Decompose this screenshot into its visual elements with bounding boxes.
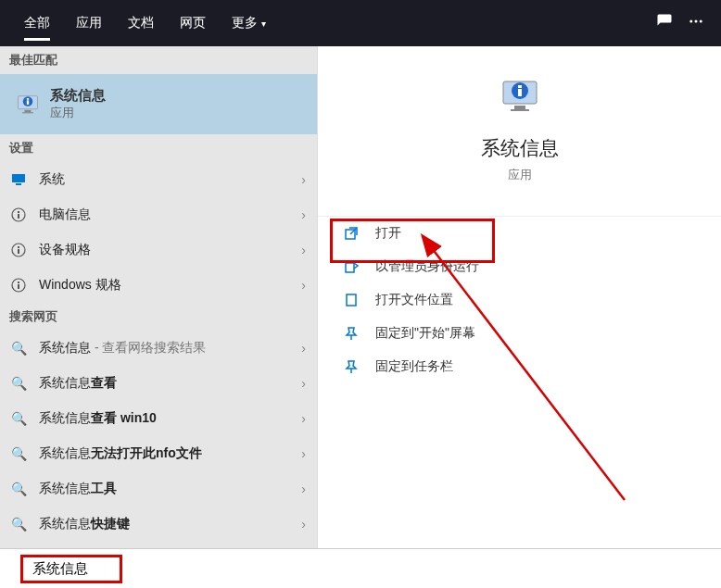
display-icon <box>11 172 26 187</box>
tab-docs[interactable]: 文档 <box>115 0 167 46</box>
svg-rect-12 <box>18 214 19 219</box>
more-icon[interactable] <box>688 13 704 33</box>
system-info-icon <box>498 74 542 119</box>
svg-rect-4 <box>25 109 32 111</box>
svg-rect-16 <box>18 246 19 248</box>
action-label: 以管理员身份运行 <box>375 258 479 275</box>
search-icon: 🔍 <box>11 341 26 356</box>
websearch-item[interactable]: 🔍 系统信息工具 › <box>0 471 317 507</box>
settings-item-pcinfo[interactable]: 电脑信息 › <box>0 197 317 232</box>
main-area: 最佳匹配 系统信息 应用 设置 系统 › 电脑信息 › 设备规格 › Windo… <box>0 46 721 548</box>
search-icon: 🔍 <box>11 411 26 426</box>
best-match-title: 系统信息 <box>50 87 106 105</box>
action-runadmin[interactable]: 以管理员身份运行 <box>318 250 721 283</box>
best-match-item[interactable]: 系统信息 应用 <box>0 74 317 134</box>
best-match-sub: 应用 <box>50 105 106 121</box>
svg-point-2 <box>700 20 702 23</box>
chevron-right-icon: › <box>301 376 306 391</box>
tab-apps[interactable]: 应用 <box>63 0 115 46</box>
header-tabs: 全部 应用 文档 网页 更多▾ <box>0 0 721 46</box>
svg-rect-18 <box>18 284 19 289</box>
search-bar <box>0 548 721 588</box>
pin-icon <box>344 326 359 341</box>
svg-point-0 <box>689 20 692 23</box>
svg-rect-22 <box>511 109 529 111</box>
search-icon: 🔍 <box>11 446 26 461</box>
action-label: 打开文件位置 <box>375 292 453 308</box>
tab-web[interactable]: 网页 <box>167 0 219 46</box>
action-open[interactable]: 打开 <box>318 217 721 250</box>
svg-rect-10 <box>16 183 21 185</box>
tab-more[interactable]: 更多▾ <box>219 0 279 46</box>
system-info-icon <box>15 92 41 118</box>
action-label: 固定到任务栏 <box>375 358 453 375</box>
pin-icon <box>344 359 359 374</box>
chevron-right-icon: › <box>301 411 306 426</box>
svg-rect-28 <box>347 294 356 306</box>
websearch-item[interactable]: 🔍 系统信息 - 查看网络搜索结果 › <box>0 331 317 366</box>
websearch-label: 系统信息 - 查看网络搜索结果 <box>39 340 206 357</box>
websearch-label: 系统信息无法打开此nfo文件 <box>39 445 202 462</box>
svg-rect-19 <box>18 281 19 283</box>
chevron-down-icon: ▾ <box>261 19 266 29</box>
svg-rect-21 <box>514 106 525 109</box>
settings-label: Windows 规格 <box>39 277 121 294</box>
settings-header: 设置 <box>0 134 317 162</box>
svg-point-1 <box>695 20 698 23</box>
detail-title: 系统信息 <box>481 135 559 161</box>
websearch-label: 系统信息快捷键 <box>39 516 130 532</box>
detail-panel: 系统信息 应用 打开 以管理员身份运行 打开文件位置 固定到"开始"屏幕 <box>317 46 721 548</box>
info-icon <box>11 278 26 293</box>
best-match-header: 最佳匹配 <box>0 46 317 74</box>
svg-rect-9 <box>12 174 25 182</box>
actions-list: 打开 以管理员身份运行 打开文件位置 固定到"开始"屏幕 固定到任务栏 <box>318 216 721 383</box>
websearch-label: 系统信息查看 win10 <box>39 410 157 427</box>
info-icon <box>11 243 26 257</box>
tab-all[interactable]: 全部 <box>11 0 63 46</box>
admin-icon <box>344 259 359 274</box>
websearch-label: 系统信息查看 <box>39 375 117 392</box>
search-icon: 🔍 <box>11 482 26 496</box>
chevron-right-icon: › <box>301 243 306 257</box>
settings-label: 设备规格 <box>39 242 91 258</box>
settings-item-system[interactable]: 系统 › <box>0 162 317 197</box>
svg-rect-24 <box>518 89 522 96</box>
websearch-header: 搜索网页 <box>0 303 317 331</box>
settings-item-devspec[interactable]: 设备规格 › <box>0 232 317 268</box>
feedback-icon[interactable] <box>656 13 673 33</box>
svg-rect-8 <box>27 98 29 100</box>
websearch-item[interactable]: 🔍 系统信息查看 › <box>0 366 317 401</box>
search-input[interactable] <box>32 561 110 577</box>
chevron-right-icon: › <box>301 278 306 293</box>
websearch-label: 系统信息工具 <box>39 481 117 497</box>
action-pintaskbar[interactable]: 固定到任务栏 <box>318 350 721 383</box>
action-label: 打开 <box>375 225 401 242</box>
websearch-item[interactable]: 🔍 系统信息查看 win10 › <box>0 401 317 436</box>
info-icon <box>11 207 26 222</box>
action-openlocation[interactable]: 打开文件位置 <box>318 283 721 317</box>
open-icon <box>344 226 359 241</box>
settings-label: 系统 <box>39 171 65 188</box>
search-icon: 🔍 <box>11 517 26 532</box>
detail-hero: 系统信息 应用 <box>318 56 721 206</box>
folder-icon <box>344 293 359 307</box>
websearch-item[interactable]: 🔍 系统信息无法打开此nfo文件 › <box>0 436 317 471</box>
action-pinstart[interactable]: 固定到"开始"屏幕 <box>318 317 721 350</box>
search-icon: 🔍 <box>11 376 26 391</box>
action-label: 固定到"开始"屏幕 <box>375 325 475 342</box>
svg-rect-27 <box>346 263 354 272</box>
chevron-right-icon: › <box>301 446 306 461</box>
settings-item-winspec[interactable]: Windows 规格 › <box>0 268 317 303</box>
search-box-highlight <box>20 555 122 583</box>
detail-sub: 应用 <box>508 167 532 183</box>
svg-rect-5 <box>22 112 33 113</box>
svg-rect-13 <box>18 211 19 213</box>
chevron-right-icon: › <box>301 482 306 496</box>
settings-label: 电脑信息 <box>39 206 91 223</box>
websearch-item[interactable]: 🔍 系统信息快捷键 › <box>0 507 317 542</box>
chevron-right-icon: › <box>301 207 306 222</box>
svg-rect-15 <box>18 249 19 254</box>
chevron-right-icon: › <box>301 341 306 356</box>
svg-rect-7 <box>27 100 29 105</box>
chevron-right-icon: › <box>301 517 306 532</box>
